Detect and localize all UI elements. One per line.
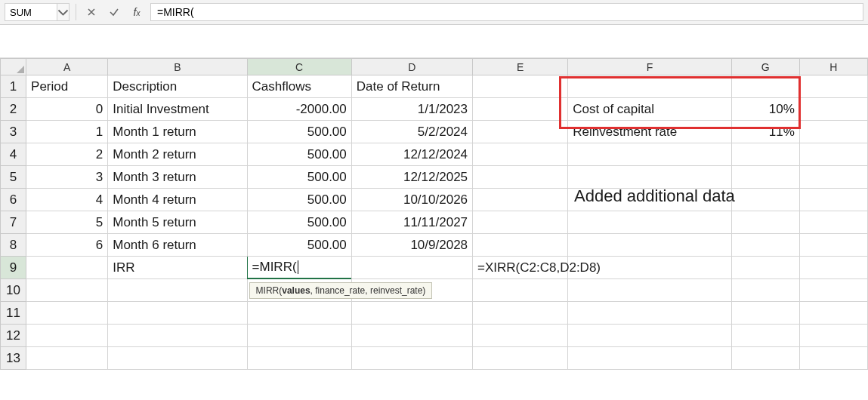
cell-E5[interactable] [473,166,568,189]
enter-button[interactable] [105,3,123,21]
cell-D7[interactable]: 11/11/2027 [351,211,472,234]
cell-C3[interactable]: 500.00 [247,121,351,143]
cell-G10[interactable] [731,279,799,302]
cell-B9[interactable]: IRR [108,257,247,279]
cell-H9[interactable] [799,257,867,279]
cell-D8[interactable]: 10/9/2028 [351,234,472,257]
cell-G11[interactable] [731,302,799,325]
cell-G13[interactable] [731,347,799,370]
cell-A13[interactable] [26,347,108,370]
col-header-D[interactable]: D [351,59,472,75]
col-header-B[interactable]: B [108,59,247,75]
cell-D12[interactable] [351,325,472,347]
cell-D4[interactable]: 12/12/2024 [351,143,472,166]
cell-B6[interactable]: Month 4 return [108,189,247,211]
cell-C11[interactable] [247,302,351,325]
col-header-G[interactable]: G [731,59,799,75]
cell-A2[interactable]: 0 [26,98,108,121]
cell-H1[interactable] [799,75,867,98]
cell-E6[interactable] [473,189,568,211]
cell-H8[interactable] [799,234,867,257]
row-header-9[interactable]: 9 [1,257,26,279]
formula-input[interactable] [150,3,863,21]
cell-E3[interactable] [473,121,568,143]
row-header-2[interactable]: 2 [1,98,26,121]
col-header-F[interactable]: F [568,59,731,75]
cell-C6[interactable]: 500.00 [247,189,351,211]
cell-E10[interactable] [473,279,568,302]
cell-H11[interactable] [799,302,867,325]
row-header-1[interactable]: 1 [1,75,26,98]
cell-C12[interactable] [247,325,351,347]
row-header-10[interactable]: 10 [1,279,26,302]
cell-C4[interactable]: 500.00 [247,143,351,166]
cell-D3[interactable]: 5/2/2024 [351,121,472,143]
cell-E7[interactable] [473,211,568,234]
cell-A11[interactable] [26,302,108,325]
row-header-13[interactable]: 13 [1,347,26,370]
cell-B2[interactable]: Initial Investment [108,98,247,121]
cell-E1[interactable] [473,75,568,98]
cell-B8[interactable]: Month 6 return [108,234,247,257]
cell-H13[interactable] [799,347,867,370]
cancel-button[interactable] [82,3,100,21]
row-header-3[interactable]: 3 [1,121,26,143]
col-header-C[interactable]: C [247,59,351,75]
cell-G9[interactable] [731,257,799,279]
cell-B12[interactable] [108,325,247,347]
cell-F12[interactable] [568,325,731,347]
cell-G3[interactable]: 11% [731,121,799,143]
cell-D5[interactable]: 12/12/2025 [351,166,472,189]
cell-F10[interactable] [568,279,731,302]
row-header-4[interactable]: 4 [1,143,26,166]
cell-A3[interactable]: 1 [26,121,108,143]
cell-G6[interactable] [731,189,799,211]
cell-B10[interactable] [108,279,247,302]
cell-B1[interactable]: Description [108,75,247,98]
cell-C7[interactable]: 500.00 [247,211,351,234]
select-all-corner[interactable] [1,59,26,75]
cell-D13[interactable] [351,347,472,370]
cell-C8[interactable]: 500.00 [247,234,351,257]
cell-F7[interactable] [568,211,731,234]
cell-E8[interactable] [473,234,568,257]
cell-F1[interactable] [568,75,731,98]
col-header-A[interactable]: A [26,59,108,75]
cell-F2[interactable]: Cost of capital [568,98,731,121]
col-header-E[interactable]: E [473,59,568,75]
cell-F13[interactable] [568,347,731,370]
cell-A12[interactable] [26,325,108,347]
cell-H4[interactable] [799,143,867,166]
cell-D6[interactable]: 10/10/2026 [351,189,472,211]
cell-A5[interactable]: 3 [26,166,108,189]
cell-F5[interactable] [568,166,731,189]
cell-B3[interactable]: Month 1 return [108,121,247,143]
cell-G4[interactable] [731,143,799,166]
cell-A7[interactable]: 5 [26,211,108,234]
cell-F11[interactable] [568,302,731,325]
cell-A1[interactable]: Period [26,75,108,98]
cell-G2[interactable]: 10% [731,98,799,121]
cell-F8[interactable] [568,234,731,257]
cell-E4[interactable] [473,143,568,166]
spreadsheet-grid[interactable]: A B C D E F G H 1 Period Description Cas… [0,58,868,370]
cell-B4[interactable]: Month 2 return [108,143,247,166]
row-header-6[interactable]: 6 [1,189,26,211]
cell-G1[interactable] [731,75,799,98]
cell-B7[interactable]: Month 5 return [108,211,247,234]
row-header-7[interactable]: 7 [1,211,26,234]
cell-B5[interactable]: Month 3 return [108,166,247,189]
row-header-5[interactable]: 5 [1,166,26,189]
cell-G7[interactable] [731,211,799,234]
row-header-12[interactable]: 12 [1,325,26,347]
cell-G8[interactable] [731,234,799,257]
cell-H6[interactable] [799,189,867,211]
cell-B13[interactable] [108,347,247,370]
cell-C1[interactable]: Cashflows [247,75,351,98]
cell-A8[interactable]: 6 [26,234,108,257]
cell-E9[interactable]: =XIRR(C2:C8,D2:D8) [473,257,568,279]
row-header-11[interactable]: 11 [1,302,26,325]
cell-D2[interactable]: 1/1/2023 [351,98,472,121]
cell-H3[interactable] [799,121,867,143]
cell-C5[interactable]: 500.00 [247,166,351,189]
